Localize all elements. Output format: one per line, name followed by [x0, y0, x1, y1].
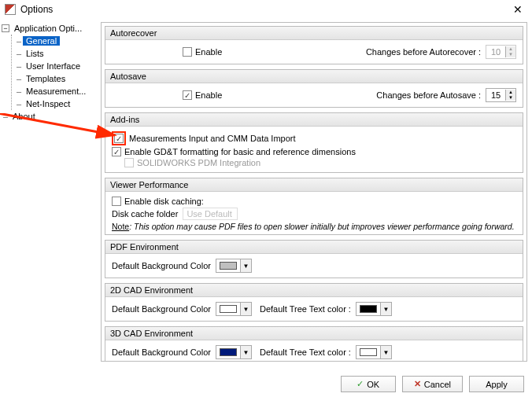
cache-folder-label: Disk cache folder	[112, 209, 178, 219]
autorecover-spinner: 10 ▲▼	[486, 45, 516, 59]
tree-item-ui[interactable]: User Interface	[23, 61, 83, 71]
cad2d-bg-color-picker[interactable]: ▼	[216, 302, 252, 316]
check-icon: ✓	[357, 379, 364, 389]
chevron-down-icon[interactable]: ▼	[240, 303, 251, 315]
tree-item-lists[interactable]: Lists	[23, 49, 47, 58]
addin-pdm-label: SOLIDWORKS PDM Integration	[137, 158, 260, 167]
group-autosave: Autosave Enable Changes before Autosave …	[105, 69, 523, 108]
apply-button[interactable]: Apply	[469, 376, 524, 392]
chevron-down-icon[interactable]: ▼	[380, 346, 391, 358]
addin-pdm-checkbox	[124, 158, 134, 167]
tree-item-general[interactable]: General	[23, 36, 60, 46]
autosave-enable-label: Enable	[195, 90, 222, 100]
color-swatch	[220, 305, 237, 313]
tree-collapse-icon[interactable]: −	[2, 24, 9, 32]
chevron-down-icon[interactable]: ▼	[240, 259, 251, 272]
group-autorecover: Autorecover Enable Changes before Autore…	[105, 26, 523, 64]
addin-cmm-checkbox[interactable]	[114, 134, 124, 143]
cad2d-bg-label: Default Background Color	[112, 304, 211, 314]
tree-item-templates[interactable]: Templates	[23, 74, 68, 83]
pdf-bg-label: Default Background Color	[112, 261, 211, 270]
addin-gdt-label: Enable GD&T formatting for basic and ref…	[124, 147, 356, 156]
autosave-enable-checkbox[interactable]	[183, 90, 192, 100]
autorecover-enable-checkbox[interactable]	[183, 47, 192, 57]
tree-item-about[interactable]: About	[9, 112, 39, 121]
dialog-buttons: ✓OK ✕Cancel Apply	[341, 376, 524, 392]
group-title: 3D CAD Environment	[105, 327, 523, 340]
cache-checkbox[interactable]	[112, 197, 121, 206]
group-title: 2D CAD Environment	[105, 284, 523, 297]
highlight-annotation	[112, 131, 126, 145]
autosave-changes-label: Changes before Autosave :	[376, 90, 481, 100]
group-title: Viewer Performance	[105, 178, 523, 192]
pdf-bg-color-picker[interactable]: ▼	[216, 259, 252, 273]
group-addins: Add-ins Measurements Input and CMM Data …	[105, 112, 523, 173]
tree-root[interactable]: Application Opti...	[11, 24, 85, 33]
group-title: Autosave	[105, 70, 523, 83]
cache-folder-input: Use Default	[183, 208, 238, 220]
chevron-down-icon[interactable]: ▼	[380, 303, 391, 315]
addin-gdt-checkbox[interactable]	[112, 147, 121, 156]
group-viewer: Viewer Performance Enable disk caching: …	[105, 178, 523, 235]
color-swatch	[360, 305, 377, 313]
cad2d-tree-label: Default Tree Text color :	[260, 304, 351, 314]
color-swatch	[220, 262, 237, 270]
cad3d-bg-color-picker[interactable]: ▼	[216, 345, 252, 359]
app-icon	[5, 4, 16, 15]
addin-cmm-label: Measurements Input and CMM Data Import	[129, 134, 296, 143]
autosave-spinner[interactable]: 15 ▲▼	[486, 88, 516, 102]
cancel-button[interactable]: ✕Cancel	[402, 376, 463, 392]
group-2dcad-env: 2D CAD Environment Default Background Co…	[105, 283, 523, 322]
cad2d-tree-color-picker[interactable]: ▼	[356, 302, 392, 316]
autorecover-enable-label: Enable	[195, 47, 222, 57]
ok-button[interactable]: ✓OK	[341, 376, 396, 392]
close-icon[interactable]: ✕	[508, 3, 527, 16]
color-swatch	[360, 348, 377, 356]
tree-item-measurement[interactable]: Measurement...	[23, 86, 89, 96]
cad3d-tree-label: Default Tree Text color :	[260, 347, 351, 357]
group-title: Add-ins	[105, 113, 523, 127]
cache-label: Enable disk caching:	[124, 197, 204, 206]
tree-item-netinspect[interactable]: Net-Inspect	[23, 99, 73, 108]
group-pdf-env: PDF Environment Default Background Color…	[105, 240, 523, 278]
viewer-note: Note: This option may cause PDF files to…	[112, 222, 516, 231]
cad3d-bg-label: Default Background Color	[112, 347, 211, 357]
window-title: Options	[20, 4, 508, 15]
cad3d-tree-color-picker[interactable]: ▼	[356, 345, 392, 359]
color-swatch	[220, 348, 237, 356]
x-icon: ✕	[414, 379, 421, 389]
chevron-down-icon[interactable]: ▼	[240, 346, 251, 358]
options-tree: − Application Opti... –General –Lists –U…	[0, 19, 101, 365]
group-title: PDF Environment	[105, 241, 523, 254]
group-3dcad-env: 3D CAD Environment Default Background Co…	[105, 326, 523, 362]
settings-panel: Autorecover Enable Changes before Autore…	[101, 22, 527, 362]
group-title: Autorecover	[105, 27, 523, 40]
autorecover-changes-label: Changes before Autorecover :	[366, 47, 481, 57]
